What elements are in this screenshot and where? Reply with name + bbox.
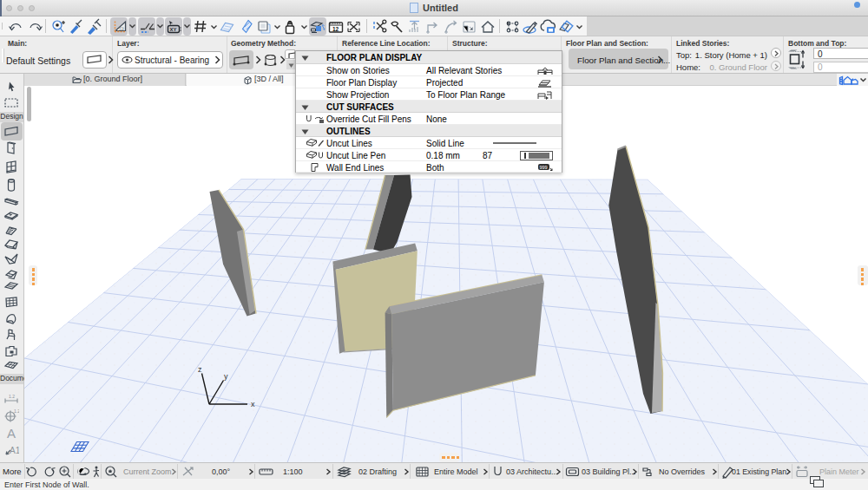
svg-text:XY: XY xyxy=(170,27,177,32)
svg-text:A: A xyxy=(7,426,16,441)
svg-text:z: z xyxy=(198,365,202,374)
svg-text:A1: A1 xyxy=(10,446,19,455)
svg-text:999: 999 xyxy=(540,165,548,170)
svg-text:1.2: 1.2 xyxy=(14,408,19,414)
svg-text:x: x xyxy=(251,400,255,408)
svg-text:◲: ◲ xyxy=(120,26,124,31)
svg-text:y: y xyxy=(224,372,228,381)
svg-text:12: 12 xyxy=(332,26,339,32)
svg-text:1.2: 1.2 xyxy=(9,394,15,399)
